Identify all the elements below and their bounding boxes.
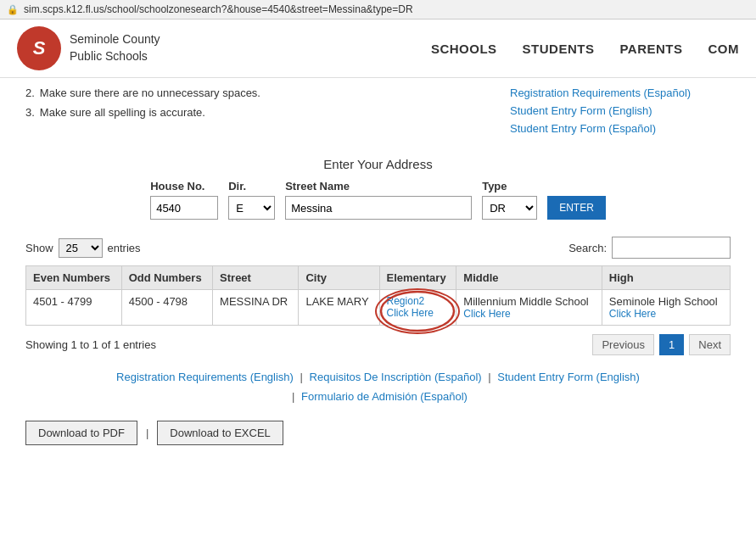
cell-middle: Millennium Middle School Click Here <box>456 290 602 326</box>
link-registration-espanol[interactable]: Registration Requirements (Español) <box>510 86 731 99</box>
cell-street: MESSINA DR <box>213 290 299 326</box>
cell-high: Seminole High School Click Here <box>602 290 730 326</box>
main-content: 2. Make sure there are no unnecessary sp… <box>0 78 756 462</box>
nav-schools[interactable]: SCHOOLS <box>431 42 497 56</box>
entries-label: entries <box>108 242 141 254</box>
search-area: Search: <box>568 237 731 259</box>
cell-even: 4501 - 4799 <box>26 290 122 326</box>
data-table: Even Numbers Odd Numbers Street City Ele… <box>25 265 731 326</box>
col-elementary: Elementary <box>379 266 456 290</box>
next-button[interactable]: Next <box>689 334 731 355</box>
download-area: Download to PDF | Download to EXCEL <box>25 421 731 445</box>
link-student-entry-espanol[interactable]: Student Entry Form (Español) <box>510 122 731 135</box>
street-name-group: Street Name <box>285 180 472 220</box>
instruction-2: 2. Make sure there are no unnecessary sp… <box>25 86 493 99</box>
logo-icon: S <box>17 26 61 70</box>
nav-com[interactable]: COM <box>708 42 740 56</box>
footer-links: Registration Requirements (English) | Re… <box>25 367 731 407</box>
search-label: Search: <box>568 242 607 254</box>
search-input[interactable] <box>612 237 731 259</box>
show-entries: Show 10 25 50 100 entries <box>25 238 141 258</box>
street-name-input[interactable] <box>285 196 472 220</box>
school-name: Seminole County Public Schools <box>70 31 160 64</box>
logo-area: S Seminole County Public Schools <box>17 26 160 70</box>
cell-odd: 4500 - 4798 <box>121 290 212 326</box>
col-even: Even Numbers <box>26 266 122 290</box>
street-name-label: Street Name <box>285 180 350 193</box>
type-select[interactable]: DR AVE BLVD CT LN PL RD ST WAY <box>482 196 537 220</box>
cell-elementary: Region2 Click Here <box>379 290 456 326</box>
col-odd: Odd Numbers <box>121 266 212 290</box>
download-excel-button[interactable]: Download to EXCEL <box>157 421 283 445</box>
instruction-3: 3. Make sure all spelling is accurate. <box>25 106 493 119</box>
show-label: Show <box>25 242 53 254</box>
col-middle: Middle <box>456 266 602 290</box>
lock-icon: 🔒 <box>7 4 19 15</box>
type-group: Type DR AVE BLVD CT LN PL RD ST WAY <box>482 180 537 220</box>
footer-link-registration-english[interactable]: Registration Requirements (English) <box>116 371 294 383</box>
footer-link-formulario[interactable]: Formulario de Admisión (Español) <box>301 390 468 403</box>
elementary-click-link[interactable]: Click Here <box>387 307 434 319</box>
footer-sep-1: | <box>300 371 303 383</box>
house-no-input[interactable] <box>150 196 218 220</box>
house-no-label: House No. <box>150 180 204 193</box>
nav-menu: SCHOOLS STUDENTS PARENTS COM <box>431 42 739 56</box>
download-sep: | <box>146 427 148 439</box>
pagination-area: Showing 1 to 1 of 1 entries Previous 1 N… <box>25 334 731 355</box>
address-bar: 🔒 sim.scps.k12.fl.us/school/schoolzonese… <box>0 0 756 20</box>
elementary-region-link[interactable]: Region2 <box>387 295 434 307</box>
footer-link-student-entry[interactable]: Student Entry Form (English) <box>497 371 640 383</box>
type-label: Type <box>482 180 507 193</box>
url-text: sim.scps.k12.fl.us/school/schoolzonesear… <box>24 3 413 15</box>
show-select[interactable]: 10 25 50 100 <box>59 238 103 258</box>
footer-sep-2: | <box>488 371 490 383</box>
address-section: Enter Your Address House No. Dir. E W N … <box>25 157 731 220</box>
table-header-row: Even Numbers Odd Numbers Street City Ele… <box>26 266 731 290</box>
table-section: Show 10 25 50 100 entries Search: Even N… <box>25 237 731 445</box>
cell-city: LAKE MARY <box>299 290 379 326</box>
page-layout: 2. Make sure there are no unnecessary sp… <box>25 86 731 140</box>
previous-button[interactable]: Previous <box>592 334 654 355</box>
middle-click-link[interactable]: Click Here <box>463 308 594 320</box>
col-city: City <box>299 266 379 290</box>
col-high: High <box>602 266 730 290</box>
dir-select[interactable]: E W N S <box>228 196 275 220</box>
address-title: Enter Your Address <box>25 157 731 171</box>
col-street: Street <box>213 266 299 290</box>
page-1-button[interactable]: 1 <box>659 334 684 355</box>
link-student-entry-english[interactable]: Student Entry Form (English) <box>510 104 731 117</box>
region-highlight: Region2 Click Here <box>387 295 434 319</box>
right-side: Registration Requirements (Español) Stud… <box>510 86 731 140</box>
pagination-controls: Previous 1 Next <box>592 334 731 355</box>
header: S Seminole County Public Schools SCHOOLS… <box>0 20 756 78</box>
instructions: 2. Make sure there are no unnecessary sp… <box>25 86 493 119</box>
pagination-info: Showing 1 to 1 of 1 entries <box>25 338 156 351</box>
footer-sep-3: | <box>292 390 294 403</box>
footer-link-requisitos[interactable]: Requisitos De Inscriptiòn (Español) <box>310 371 482 383</box>
address-form: House No. Dir. E W N S Street Name Type <box>25 180 731 220</box>
table-row: 4501 - 4799 4500 - 4798 MESSINA DR LAKE … <box>26 290 731 326</box>
high-click-link[interactable]: Click Here <box>609 308 723 320</box>
enter-button[interactable]: ENTER <box>547 196 606 220</box>
left-side: 2. Make sure there are no unnecessary sp… <box>25 86 493 140</box>
nav-parents[interactable]: PARENTS <box>619 42 682 56</box>
nav-students[interactable]: STUDENTS <box>523 42 595 56</box>
table-controls: Show 10 25 50 100 entries Search: <box>25 237 731 259</box>
download-pdf-button[interactable]: Download to PDF <box>25 421 137 445</box>
high-school-name: Seminole High School <box>609 295 718 308</box>
house-no-group: House No. <box>150 180 218 220</box>
middle-school-name: Millennium Middle School <box>463 295 588 308</box>
dir-group: Dir. E W N S <box>228 180 275 220</box>
dir-label: Dir. <box>228 180 246 193</box>
